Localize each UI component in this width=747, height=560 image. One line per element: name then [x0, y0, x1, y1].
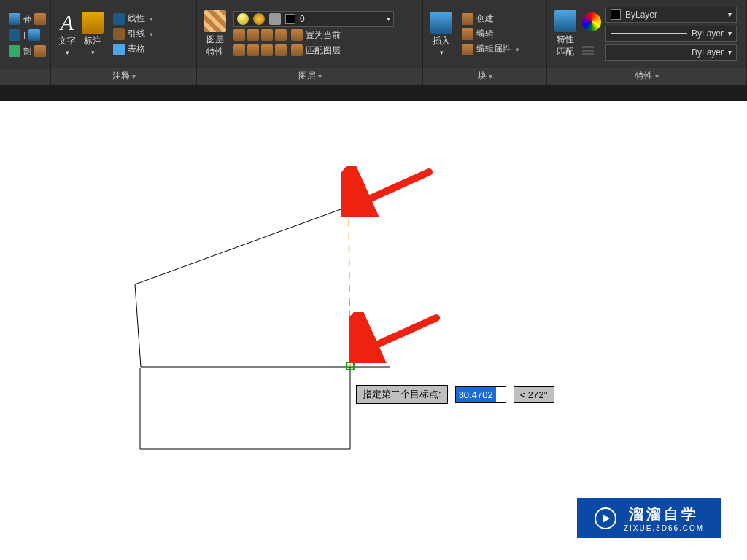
layer-props-button[interactable]: 图层 特性 [201, 9, 229, 60]
linetype-dropdown[interactable]: ByLayer▾ [605, 26, 737, 42]
drawing-canvas[interactable]: 指定第二个目标点: 30.4702 < 272° 溜溜自学 ZIXUE.3D66… [0, 101, 747, 560]
layer-dropdown[interactable]: 0 ▾ [233, 11, 394, 27]
layer-ico-5[interactable] [233, 44, 245, 56]
match-layer-icon [291, 44, 303, 56]
annotation-arrow-2 [349, 312, 444, 363]
table-button[interactable]: 表格 [111, 42, 155, 56]
leftedge-2[interactable]: | [9, 29, 46, 41]
dimension-icon [82, 12, 104, 34]
lock-icon [269, 13, 281, 25]
block-edit-icon [462, 28, 473, 40]
layer-ico-7[interactable] [261, 44, 273, 56]
layers-panel-title[interactable]: 图层▾ [197, 68, 422, 85]
insert-icon [430, 12, 452, 34]
layer-ico-4[interactable] [275, 29, 287, 41]
colorwheel-icon[interactable] [582, 12, 601, 31]
match-layer-button[interactable]: 匹配图层 [289, 44, 343, 58]
blocks-panel-title[interactable]: 块▾ [423, 68, 546, 85]
lineweight-sample-icon [611, 52, 687, 52]
ribbon: 伸 | 剖 A 文字 ▾ 标注 ▾ 线性▾ 引线▾ 表格 [0, 0, 747, 85]
layer-color-swatch [285, 14, 295, 24]
color-dropdown[interactable]: ByLayer▾ [605, 7, 737, 23]
dynamic-prompt: 指定第二个目标点: [356, 385, 448, 404]
dynamic-input: 指定第二个目标点: 30.4702 < 272° [356, 385, 554, 404]
layer-ico-8[interactable] [275, 44, 287, 56]
svg-line-2 [357, 172, 429, 204]
layer-ico-1[interactable] [233, 29, 245, 41]
lineweight-dropdown[interactable]: ByLayer▾ [605, 44, 737, 61]
block-create-button[interactable]: 创建 [460, 12, 522, 26]
set-current-button[interactable]: 置为当前 [289, 28, 343, 42]
linear-button[interactable]: 线性▾ [111, 12, 155, 26]
leftedge-3[interactable]: 剖 [9, 45, 46, 57]
dimension-button[interactable]: 标注 ▾ [79, 10, 107, 58]
lineweight-icon[interactable] [582, 44, 594, 56]
text-button[interactable]: A 文字 ▾ [55, 10, 79, 58]
watermark-banner: 溜溜自学 ZIXUE.3D66.COM [577, 498, 721, 538]
insert-button[interactable]: 插入 ▾ [427, 10, 455, 58]
layer-ico-2[interactable] [247, 29, 259, 41]
sun-icon [253, 13, 265, 25]
text-a-icon: A [61, 12, 74, 34]
linear-icon [113, 13, 125, 25]
layer-ico-3[interactable] [261, 29, 273, 41]
angle-display: < 272° [514, 386, 554, 403]
separator-bar [0, 85, 747, 101]
bulb-icon [237, 13, 249, 25]
layer-stack-icon [204, 10, 226, 32]
leader-button[interactable]: 引线▾ [111, 27, 155, 41]
svg-line-3 [365, 318, 436, 350]
block-create-icon [462, 13, 473, 25]
layer-ico-6[interactable] [247, 44, 259, 56]
distance-input[interactable]: 30.4702 [455, 386, 506, 403]
props-panel-title[interactable]: 特性▾ [547, 68, 746, 85]
leader-icon [113, 28, 125, 40]
table-icon [113, 44, 125, 55]
annotate-panel-title[interactable]: 注释▾ [51, 68, 196, 85]
color-swatch-icon [611, 9, 621, 20]
block-edit-button[interactable]: 编辑 [460, 27, 522, 41]
set-current-icon [291, 29, 303, 41]
leftedge-1[interactable]: 伸 [9, 13, 46, 25]
match-props-icon [554, 10, 576, 32]
block-edit-attr-button[interactable]: 编辑属性▾ [460, 42, 522, 56]
play-icon [595, 508, 616, 529]
match-props-button[interactable]: 特性 匹配 [551, 9, 579, 60]
block-edit-attr-icon [462, 44, 473, 55]
linetype-sample-icon [611, 33, 687, 34]
annotation-arrow-1 [341, 166, 436, 217]
